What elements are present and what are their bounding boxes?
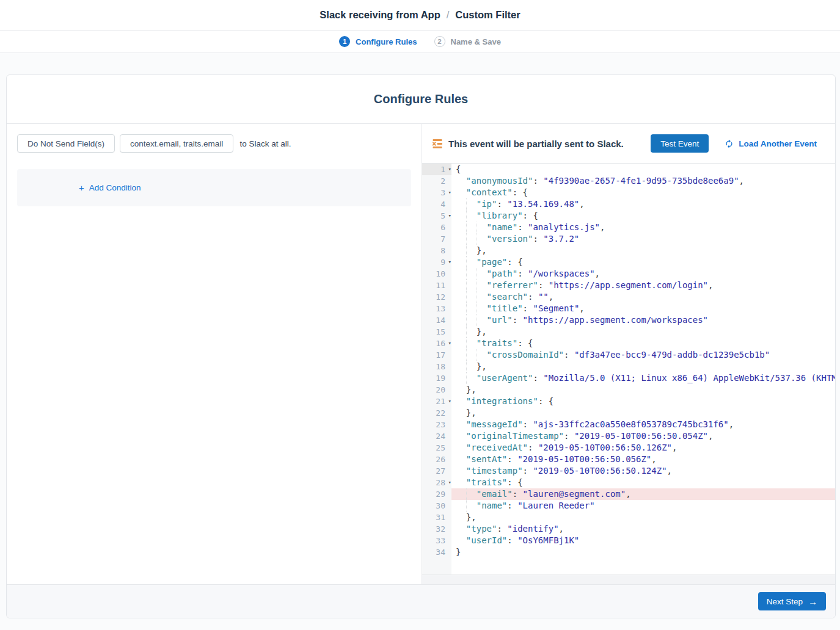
code-line[interactable]: },	[451, 407, 835, 419]
breadcrumb-current: Custom Filter	[455, 9, 520, 21]
step-configure-rules[interactable]: 1 Configure Rules	[339, 36, 417, 47]
editor-scrollbar-track[interactable]	[422, 574, 835, 584]
step-number-badge: 1	[339, 36, 350, 47]
page-header: Slack receiving from App / Custom Filter	[0, 0, 840, 31]
code-line[interactable]: "version": "3.7.2"	[451, 233, 835, 245]
line-number: 3▾	[422, 187, 451, 198]
code-line[interactable]: "library": {	[451, 210, 835, 222]
line-number: 23	[422, 419, 451, 430]
fold-arrow-icon[interactable]: ▾	[448, 338, 451, 349]
breadcrumb-source[interactable]: Slack receiving from App	[320, 9, 440, 21]
code-line[interactable]: "type": "identify",	[451, 523, 835, 535]
preview-header: This event will be partially sent to Sla…	[422, 124, 835, 164]
rule-fields-dropdown[interactable]: context.email, traits.email	[120, 134, 233, 153]
line-number: 26	[422, 454, 451, 465]
line-number: 4	[422, 198, 451, 210]
code-line[interactable]: "referrer": "https://app.segment.com/log…	[451, 280, 835, 291]
code-line[interactable]: "title": "Segment",	[451, 303, 835, 314]
code-line[interactable]: "anonymousId": "4f9390ae-2657-4fe1-9d95-…	[451, 175, 835, 187]
code-line[interactable]: "messageId": "ajs-33ffc2ac0a550e8f053789…	[451, 419, 835, 430]
line-number: 20	[422, 384, 451, 396]
line-number: 31	[422, 512, 451, 523]
line-number: 11	[422, 280, 451, 291]
line-number: 29	[422, 488, 451, 500]
code-line[interactable]: }	[451, 546, 835, 558]
line-number: 24	[422, 430, 451, 442]
editor-code: {"anonymousId": "4f9390ae-2657-4fe1-9d95…	[451, 164, 835, 574]
code-line[interactable]: "userId": "OsY6MFBj1K"	[451, 535, 835, 546]
line-number: 8	[422, 245, 451, 256]
line-number: 18	[422, 361, 451, 372]
code-line[interactable]: "search": "",	[451, 291, 835, 303]
rule-suffix-text: to Slack at all.	[239, 139, 291, 148]
next-step-label: Next Step	[767, 597, 803, 606]
code-line[interactable]: "integrations": {	[451, 396, 835, 407]
step-label: Configure Rules	[356, 37, 417, 46]
breadcrumb-separator: /	[447, 9, 450, 21]
fold-arrow-icon[interactable]: ▾	[448, 210, 451, 222]
add-condition-label: Add Condition	[89, 183, 141, 192]
fold-arrow-icon[interactable]: ▾	[448, 187, 451, 198]
fold-arrow-icon[interactable]: ▾	[448, 477, 451, 488]
line-number: 21▾	[422, 396, 451, 407]
code-line[interactable]: "page": {	[451, 256, 835, 268]
rule-builder-panel: Do Not Send Field(s) context.email, trai…	[7, 124, 422, 584]
line-number: 5▾	[422, 210, 451, 222]
card-content: Do Not Send Field(s) context.email, trai…	[7, 124, 835, 584]
line-number: 33	[422, 535, 451, 546]
refresh-icon	[725, 139, 734, 148]
plus-icon: +	[79, 183, 84, 193]
code-line[interactable]: },	[451, 384, 835, 396]
code-line[interactable]: "userAgent": "Mozilla/5.0 (X11; Linux x8…	[451, 372, 835, 384]
load-another-event-button[interactable]: Load Another Event	[725, 139, 817, 148]
line-number: 17	[422, 349, 451, 361]
code-line[interactable]: {	[451, 164, 835, 175]
event-preview-panel: This event will be partially sent to Sla…	[422, 124, 835, 584]
code-line[interactable]: "receivedAt": "2019-05-10T00:56:50.126Z"…	[451, 442, 835, 454]
code-line[interactable]: "name": "Lauren Reeder"	[451, 500, 835, 512]
next-step-button[interactable]: Next Step →	[758, 592, 826, 610]
line-number: 9▾	[422, 256, 451, 268]
code-line[interactable]: "timestamp": "2019-05-10T00:56:50.124Z",	[451, 465, 835, 477]
code-line[interactable]: "sentAt": "2019-05-10T00:56:50.056Z",	[451, 454, 835, 465]
line-number: 25	[422, 442, 451, 454]
card-title: Configure Rules	[7, 75, 835, 124]
code-line[interactable]: "path": "/workspaces",	[451, 268, 835, 280]
fold-arrow-icon[interactable]: ▾	[448, 164, 451, 175]
rule-row: Do Not Send Field(s) context.email, trai…	[17, 134, 411, 153]
code-line[interactable]: },	[451, 245, 835, 256]
test-event-button[interactable]: Test Event	[651, 134, 709, 153]
code-line-highlighted[interactable]: "email": "lauren@segment.com",	[451, 488, 835, 500]
rule-action-dropdown[interactable]: Do Not Send Field(s)	[17, 134, 115, 153]
code-line[interactable]: "name": "analytics.js",	[451, 222, 835, 233]
fold-arrow-icon[interactable]: ▾	[448, 256, 451, 268]
code-line[interactable]: "traits": {	[451, 338, 835, 349]
line-number: 7	[422, 233, 451, 245]
stepper: 1 Configure Rules 2 Name & Save	[0, 31, 840, 53]
step-name-save[interactable]: 2 Name & Save	[434, 36, 501, 47]
line-number: 6	[422, 222, 451, 233]
fold-arrow-icon[interactable]: ▾	[448, 396, 451, 407]
json-event-editor[interactable]: 1▾23▾45▾6789▾10111213141516▾1718192021▾2…	[422, 164, 835, 574]
editor-gutter: 1▾23▾45▾6789▾10111213141516▾1718192021▾2…	[422, 164, 451, 574]
code-line[interactable]: "ip": "13.54.169.48",	[451, 198, 835, 210]
code-line[interactable]: "url": "https://app.segment.com/workspac…	[451, 314, 835, 326]
line-number: 28▾	[422, 477, 451, 488]
code-line[interactable]: },	[451, 361, 835, 372]
card-footer: Next Step →	[7, 584, 835, 618]
step-label: Name & Save	[451, 37, 501, 46]
line-number: 32	[422, 523, 451, 535]
code-line[interactable]: },	[451, 326, 835, 338]
line-number: 34	[422, 546, 451, 558]
add-condition-button[interactable]: + Add Condition	[79, 183, 141, 193]
code-line[interactable]: },	[451, 512, 835, 523]
code-line[interactable]: "originalTimestamp": "2019-05-10T00:56:5…	[451, 430, 835, 442]
add-condition-box: + Add Condition	[17, 169, 411, 206]
step-number-badge: 2	[434, 36, 445, 47]
preview-status-text: This event will be partially sent to Sla…	[448, 139, 651, 149]
code-line[interactable]: "crossDomainId": "df3a47ee-bcc9-479d-add…	[451, 349, 835, 361]
code-line[interactable]: "context": {	[451, 187, 835, 198]
code-line[interactable]: "traits": {	[451, 477, 835, 488]
line-number: 14	[422, 314, 451, 326]
arrow-right-icon: →	[808, 596, 817, 607]
